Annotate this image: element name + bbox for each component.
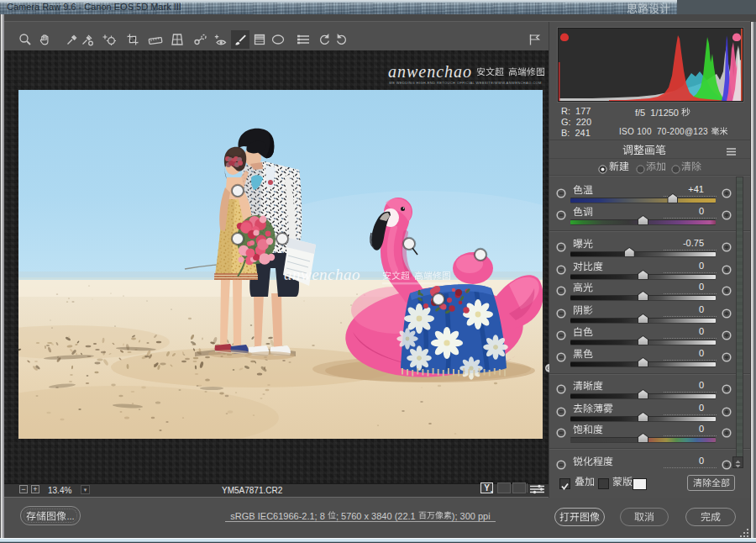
svg-text:anwenchao: anwenchao	[284, 266, 360, 283]
